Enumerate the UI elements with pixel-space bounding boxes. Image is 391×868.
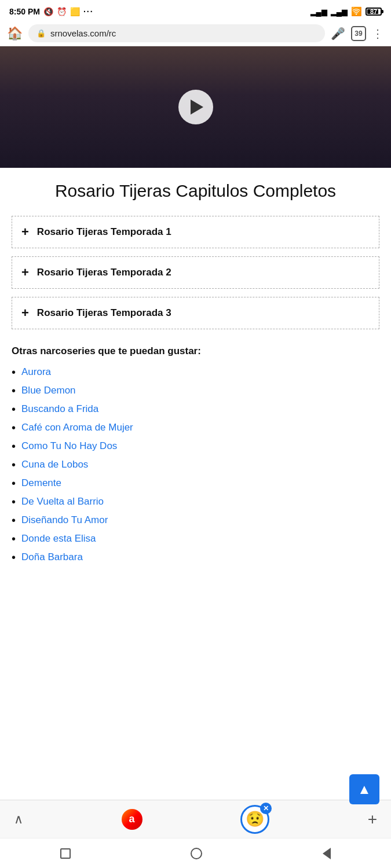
battery-percent: 87 (370, 8, 377, 15)
signal-bars-icon: ▂▄▆ (310, 8, 327, 16)
related-list: • Aurora • Blue Demon • Buscando a Frida… (12, 366, 379, 563)
nav-up-arrow-button[interactable]: ∧ (14, 812, 23, 827)
mute-icon: 🔇 (43, 7, 53, 16)
related-link-3[interactable]: Café con Aroma de Mujer (21, 422, 133, 433)
browser-bar: 🏠 🔒 srnovelas.com/rc 🎤 39 ⋮ (0, 21, 391, 46)
related-link-0[interactable]: Aurora (21, 366, 51, 378)
nav-logo-text: a (129, 813, 135, 825)
list-item: • Diseñando Tu Amor (12, 514, 379, 526)
bullet-icon: • (12, 514, 16, 526)
season-item-1[interactable]: + Rosario Tijeras Temporada 1 (12, 216, 379, 248)
related-link-4[interactable]: Como Tu No Hay Dos (21, 440, 117, 452)
bullet-icon: • (12, 551, 16, 563)
color-icon: 🟨 (70, 7, 80, 16)
bullet-icon: • (12, 496, 16, 507)
smiley-emoji-icon: 😟 (246, 810, 264, 828)
scroll-up-arrow-icon: ▲ (357, 782, 371, 796)
lock-icon: 🔒 (36, 29, 46, 38)
bottom-nav-bar: ∧ a 😟 ✕ + (0, 800, 391, 838)
status-right: ▂▄▆ ▂▄▆ 🛜 87 (310, 6, 382, 17)
list-item: • Cuna de Lobos (12, 459, 379, 470)
page-title: Rosario Tijeras Capitulos Completos (12, 179, 379, 202)
status-left: 8:50 PM 🔇 ⏰ 🟨 ··· (9, 7, 94, 16)
signal-bars-2-icon: ▂▄▆ (331, 8, 348, 16)
more-options-button[interactable]: ⋮ (372, 27, 384, 41)
related-heading: Otras narcoseries que te puedan gustar: (12, 345, 379, 357)
related-link-1[interactable]: Blue Demon (21, 385, 76, 396)
bullet-icon: • (12, 422, 16, 433)
bullet-icon: • (12, 366, 16, 378)
nav-new-tab-button[interactable]: + (368, 810, 377, 829)
alarm-icon: ⏰ (57, 7, 67, 16)
list-item: • Blue Demon (12, 385, 379, 396)
home-button[interactable]: 🏠 (7, 26, 23, 41)
scroll-to-top-button[interactable]: ▲ (349, 774, 379, 804)
microphone-button[interactable]: 🎤 (331, 27, 345, 41)
play-button[interactable] (178, 90, 213, 124)
related-link-9[interactable]: Donde esta Elisa (21, 533, 96, 545)
bullet-icon: • (12, 477, 16, 489)
list-item: • Buscando a Frida (12, 403, 379, 415)
list-item: • Aurora (12, 366, 379, 378)
related-link-8[interactable]: Diseñando Tu Amor (21, 514, 108, 526)
main-content: Rosario Tijeras Capitulos Completos + Ro… (0, 168, 391, 582)
related-link-6[interactable]: Demente (21, 477, 61, 489)
season-list: + Rosario Tijeras Temporada 1 + Rosario … (12, 216, 379, 329)
related-link-7[interactable]: De Vuelta al Barrio (21, 496, 104, 507)
list-item: • Doña Barbara (12, 551, 379, 563)
related-link-2[interactable]: Buscando a Frida (21, 403, 98, 415)
related-section: Otras narcoseries que te puedan gustar: … (12, 345, 379, 563)
season-2-label: Rosario Tijeras Temporada 2 (37, 267, 171, 278)
home-circle-icon (191, 848, 202, 859)
season-1-plus-icon: + (21, 225, 29, 240)
back-triangle-icon (323, 848, 331, 859)
recents-square-icon (60, 848, 71, 859)
tab-count-button[interactable]: 39 (351, 26, 366, 41)
related-link-5[interactable]: Cuna de Lobos (21, 459, 88, 470)
season-item-2[interactable]: + Rosario Tijeras Temporada 2 (12, 256, 379, 289)
play-icon (191, 100, 203, 115)
season-3-label: Rosario Tijeras Temporada 3 (37, 307, 171, 319)
wifi-icon: 🛜 (351, 6, 362, 17)
nav-close-badge[interactable]: ✕ (260, 803, 272, 814)
bullet-icon: • (12, 459, 16, 470)
related-link-10[interactable]: Doña Barbara (21, 551, 83, 563)
bullet-icon: • (12, 533, 16, 545)
bullet-icon: • (12, 440, 16, 452)
close-badge-icon: ✕ (263, 804, 269, 812)
dots-icon: ··· (83, 7, 94, 16)
android-home-button[interactable] (191, 848, 202, 859)
season-item-3[interactable]: + Rosario Tijeras Temporada 3 (12, 297, 379, 329)
battery-icon: 87 (366, 8, 382, 16)
season-2-plus-icon: + (21, 265, 29, 280)
list-item: • Café con Aroma de Mujer (12, 422, 379, 433)
season-1-label: Rosario Tijeras Temporada 1 (37, 226, 171, 238)
bullet-icon: • (12, 403, 16, 415)
list-item: • Como Tu No Hay Dos (12, 440, 379, 452)
list-item: • De Vuelta al Barrio (12, 496, 379, 507)
url-bar[interactable]: 🔒 srnovelas.com/rc (28, 24, 325, 42)
season-3-plus-icon: + (21, 306, 29, 321)
list-item: • Donde esta Elisa (12, 533, 379, 545)
android-nav-bar (0, 838, 391, 868)
time-display: 8:50 PM (9, 7, 40, 16)
android-recents-button[interactable] (60, 848, 71, 859)
nav-smiley-wrapper[interactable]: 😟 ✕ (240, 805, 269, 834)
list-item: • Demente (12, 477, 379, 489)
status-bar: 8:50 PM 🔇 ⏰ 🟨 ··· ▂▄▆ ▂▄▆ 🛜 87 (0, 0, 391, 21)
bullet-icon: • (12, 385, 16, 396)
android-back-button[interactable] (323, 848, 331, 859)
url-text: srnovelas.com/rc (50, 28, 317, 38)
video-thumbnail[interactable] (0, 46, 391, 168)
nav-logo[interactable]: a (122, 809, 142, 830)
